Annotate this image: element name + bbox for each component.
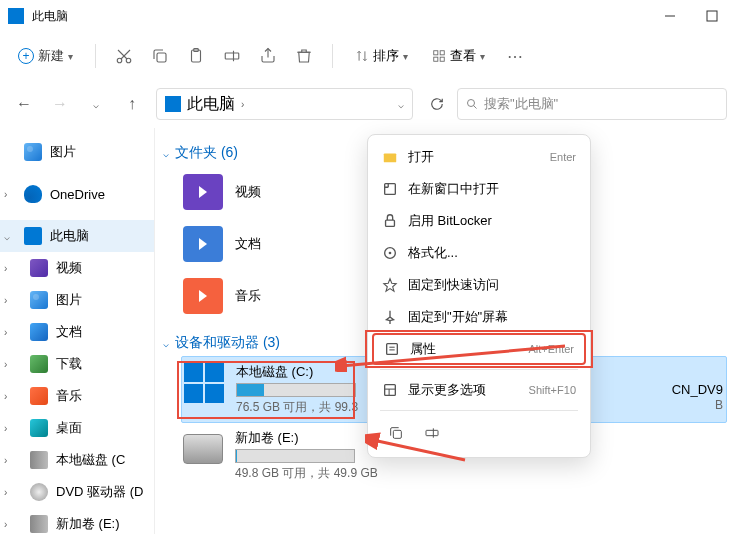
sidebar-item-pictures-pinned[interactable]: 图片 — [0, 136, 154, 168]
menu-label: 打开 — [408, 148, 540, 166]
toolbar: + 新建 ▾ 排序 ▾ 查看 ▾ ⋯ — [0, 32, 735, 80]
folder-icon — [183, 278, 223, 314]
chevron-right-icon[interactable]: › — [4, 189, 7, 200]
chevron-down-icon: ⌵ — [163, 338, 169, 349]
history-chevron[interactable]: ⌵ — [80, 88, 112, 120]
sidebar-item-download[interactable]: ›下载 — [0, 348, 154, 380]
sidebar-item-label: 图片 — [50, 143, 76, 161]
window-title: 此电脑 — [32, 8, 663, 25]
svg-rect-9 — [225, 53, 239, 59]
new-button[interactable]: + 新建 ▾ — [8, 41, 83, 71]
share-button[interactable] — [252, 40, 284, 72]
sidebar-item-label: 此电脑 — [50, 227, 89, 245]
chevron-right-icon[interactable]: › — [4, 359, 7, 370]
chevron-right-icon[interactable]: › — [4, 423, 7, 434]
format-icon — [382, 245, 398, 261]
sidebar-item-dvd[interactable]: ›DVD 驱动器 (D — [0, 476, 154, 508]
maximize-button[interactable] — [705, 9, 719, 23]
svg-point-17 — [468, 100, 475, 107]
sidebar-item-disk[interactable]: ›新加卷 (E:) — [0, 508, 154, 534]
svg-point-23 — [389, 252, 392, 255]
menu-label: 固定到快速访问 — [408, 276, 566, 294]
view-label: 查看 — [450, 47, 476, 65]
refresh-button[interactable] — [421, 88, 453, 120]
sidebar-item-thispc[interactable]: ⌵ 此电脑 — [0, 220, 154, 252]
context-menu: 打开Enter在新窗口中打开启用 BitLocker格式化...固定到快速访问固… — [367, 134, 591, 458]
sidebar-item-disk[interactable]: ›本地磁盘 (C — [0, 444, 154, 476]
picture-icon — [30, 291, 48, 309]
capacity-bar — [235, 449, 355, 463]
menu-copy-icon-button[interactable] — [382, 419, 410, 447]
breadcrumb[interactable]: 此电脑 — [187, 94, 235, 115]
chevron-right-icon[interactable]: › — [4, 263, 7, 274]
back-button[interactable]: ← — [8, 88, 40, 120]
copy-button[interactable] — [144, 40, 176, 72]
svg-rect-1 — [707, 11, 717, 21]
search-input[interactable]: 搜索"此电脑" — [457, 88, 727, 120]
view-button[interactable]: 查看 ▾ — [422, 41, 495, 71]
sort-button[interactable]: 排序 ▾ — [345, 41, 418, 71]
folder-label: 文档 — [235, 235, 261, 253]
sidebar-item-desktop[interactable]: ›桌面 — [0, 412, 154, 444]
folder-label: 视频 — [235, 183, 261, 201]
paste-button[interactable] — [180, 40, 212, 72]
chevron-right-icon[interactable]: › — [4, 295, 7, 306]
sidebar-item-document[interactable]: ›文档 — [0, 316, 154, 348]
partial-dvd-label: CN_DV9 — [672, 382, 723, 397]
menu-item-pin-star[interactable]: 固定到快速访问 — [372, 269, 586, 301]
chevron-down-icon[interactable]: ⌵ — [398, 99, 404, 110]
delete-button[interactable] — [288, 40, 320, 72]
menu-label: 启用 BitLocker — [408, 212, 566, 230]
sidebar-item-music[interactable]: ›音乐 — [0, 380, 154, 412]
sidebar-item-video[interactable]: ›视频 — [0, 252, 154, 284]
cut-button[interactable] — [108, 40, 140, 72]
sidebar: 图片 › OneDrive ⌵ 此电脑 ›视频›图片›文档›下载›音乐›桌面›本… — [0, 128, 155, 534]
rename-button[interactable] — [216, 40, 248, 72]
svg-rect-32 — [426, 430, 438, 435]
up-button[interactable]: ↑ — [116, 88, 148, 120]
titlebar: 此电脑 — [0, 0, 735, 32]
chevron-right-icon[interactable]: › — [4, 327, 7, 338]
dvd-icon — [30, 483, 48, 501]
music-icon — [30, 387, 48, 405]
chevron-down-icon[interactable]: ⌵ — [4, 231, 10, 242]
capacity-bar — [236, 383, 356, 397]
menu-item-format[interactable]: 格式化... — [372, 237, 586, 269]
menu-item-pin[interactable]: 固定到"开始"屏幕 — [372, 301, 586, 333]
folder-icon — [183, 226, 223, 262]
sidebar-item-label: 音乐 — [56, 387, 82, 405]
svg-rect-31 — [393, 430, 401, 438]
sidebar-item-onedrive[interactable]: › OneDrive — [0, 178, 154, 210]
chevron-right-icon[interactable]: › — [4, 519, 7, 530]
sidebar-item-picture[interactable]: ›图片 — [0, 284, 154, 316]
chevron-down-icon: ⌵ — [163, 148, 169, 159]
menu-item-new-window[interactable]: 在新窗口中打开 — [372, 173, 586, 205]
minimize-button[interactable] — [663, 9, 677, 23]
more-button[interactable]: ⋯ — [499, 40, 531, 72]
new-label: 新建 — [38, 47, 64, 65]
properties-icon — [384, 341, 400, 357]
menu-rename-icon-button[interactable] — [418, 419, 446, 447]
sidebar-item-label: 桌面 — [56, 419, 82, 437]
forward-button[interactable]: → — [44, 88, 76, 120]
address-bar[interactable]: 此电脑 › ⌵ — [156, 88, 413, 120]
menu-item-folder-open[interactable]: 打开Enter — [372, 141, 586, 173]
svg-rect-19 — [384, 153, 396, 162]
new-window-icon — [382, 181, 398, 197]
chevron-right-icon[interactable]: › — [4, 487, 7, 498]
pc-icon — [165, 96, 181, 112]
pin-icon — [382, 309, 398, 325]
menu-label: 在新窗口中打开 — [408, 180, 566, 198]
menu-label: 固定到"开始"屏幕 — [408, 308, 566, 326]
menu-label: 显示更多选项 — [408, 381, 519, 399]
picture-icon — [24, 143, 42, 161]
chevron-right-icon[interactable]: › — [4, 391, 7, 402]
menu-item-more[interactable]: 显示更多选项Shift+F10 — [372, 374, 586, 406]
chevron-right-icon[interactable]: › — [4, 455, 7, 466]
menu-item-lock[interactable]: 启用 BitLocker — [372, 205, 586, 237]
drive-icon — [183, 429, 223, 469]
drive-icon — [184, 363, 224, 403]
menu-item-properties[interactable]: 属性Alt+Enter — [372, 333, 586, 365]
pin-star-icon — [382, 277, 398, 293]
nav-row: ← → ⌵ ↑ 此电脑 › ⌵ 搜索"此电脑" — [0, 80, 735, 128]
